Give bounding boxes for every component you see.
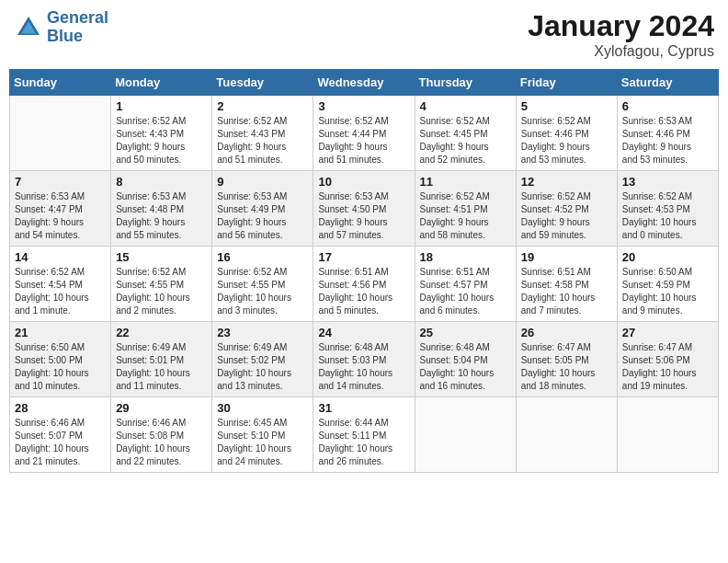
- table-row: [10, 96, 111, 171]
- table-row: 3Sunrise: 6:52 AMSunset: 4:44 PMDaylight…: [313, 96, 415, 171]
- day-number: 2: [217, 99, 308, 113]
- day-number: 13: [622, 175, 713, 189]
- day-number: 19: [521, 250, 612, 264]
- table-row: 18Sunrise: 6:51 AMSunset: 4:57 PMDayligh…: [415, 247, 516, 322]
- table-row: 25Sunrise: 6:48 AMSunset: 5:04 PMDayligh…: [415, 322, 516, 397]
- table-row: 16Sunrise: 6:52 AMSunset: 4:55 PMDayligh…: [212, 247, 313, 322]
- day-info: Sunrise: 6:50 AMSunset: 5:00 PMDaylight:…: [15, 341, 106, 393]
- day-number: 29: [116, 401, 207, 415]
- table-row: [415, 397, 516, 473]
- table-row: 12Sunrise: 6:52 AMSunset: 4:52 PMDayligh…: [516, 171, 617, 247]
- logo-text: General Blue: [47, 9, 108, 46]
- day-number: 12: [521, 175, 612, 189]
- day-number: 11: [420, 175, 511, 189]
- calendar-week-row: 28Sunrise: 6:46 AMSunset: 5:07 PMDayligh…: [10, 397, 719, 473]
- day-info: Sunrise: 6:52 AMSunset: 4:46 PMDaylight:…: [521, 115, 612, 167]
- table-row: 29Sunrise: 6:46 AMSunset: 5:08 PMDayligh…: [111, 397, 212, 473]
- day-info: Sunrise: 6:52 AMSunset: 4:54 PMDaylight:…: [15, 266, 106, 317]
- day-info: Sunrise: 6:53 AMSunset: 4:50 PMDaylight:…: [318, 190, 409, 242]
- day-info: Sunrise: 6:51 AMSunset: 4:58 PMDaylight:…: [521, 266, 612, 317]
- day-info: Sunrise: 6:51 AMSunset: 4:56 PMDaylight:…: [318, 266, 409, 317]
- table-row: 23Sunrise: 6:49 AMSunset: 5:02 PMDayligh…: [212, 322, 313, 397]
- table-row: 4Sunrise: 6:52 AMSunset: 4:45 PMDaylight…: [415, 96, 516, 171]
- table-row: 6Sunrise: 6:53 AMSunset: 4:46 PMDaylight…: [617, 96, 718, 171]
- calendar-table: Sunday Monday Tuesday Wednesday Thursday…: [9, 69, 719, 473]
- logo-line1: General: [47, 8, 108, 27]
- day-number: 24: [318, 326, 409, 339]
- col-friday: Friday: [516, 70, 617, 96]
- day-info: Sunrise: 6:47 AMSunset: 5:05 PMDaylight:…: [521, 341, 612, 393]
- logo-line2: Blue: [47, 27, 83, 45]
- col-sunday: Sunday: [10, 70, 111, 96]
- day-number: 22: [116, 326, 207, 339]
- col-tuesday: Tuesday: [212, 70, 313, 96]
- col-wednesday: Wednesday: [313, 70, 415, 96]
- col-monday: Monday: [111, 70, 212, 96]
- table-row: 2Sunrise: 6:52 AMSunset: 4:43 PMDaylight…: [212, 96, 313, 171]
- day-info: Sunrise: 6:48 AMSunset: 5:04 PMDaylight:…: [420, 341, 511, 393]
- table-row: 14Sunrise: 6:52 AMSunset: 4:54 PMDayligh…: [10, 247, 111, 322]
- day-number: 3: [318, 99, 409, 113]
- day-info: Sunrise: 6:50 AMSunset: 4:59 PMDaylight:…: [622, 266, 713, 317]
- day-number: 28: [15, 401, 106, 415]
- day-info: Sunrise: 6:53 AMSunset: 4:48 PMDaylight:…: [116, 190, 207, 242]
- calendar-week-row: 21Sunrise: 6:50 AMSunset: 5:00 PMDayligh…: [10, 322, 719, 397]
- day-info: Sunrise: 6:45 AMSunset: 5:10 PMDaylight:…: [217, 417, 308, 468]
- day-number: 9: [217, 175, 308, 189]
- day-number: 17: [318, 250, 409, 264]
- day-info: Sunrise: 6:49 AMSunset: 5:02 PMDaylight:…: [217, 341, 308, 393]
- day-number: 15: [116, 250, 207, 264]
- page-header: General Blue January 2024 Xylofagou, Cyp…: [9, 9, 719, 60]
- day-info: Sunrise: 6:46 AMSunset: 5:08 PMDaylight:…: [116, 417, 207, 468]
- day-info: Sunrise: 6:52 AMSunset: 4:43 PMDaylight:…: [217, 115, 308, 167]
- day-info: Sunrise: 6:52 AMSunset: 4:45 PMDaylight:…: [420, 115, 511, 167]
- calendar-week-row: 7Sunrise: 6:53 AMSunset: 4:47 PMDaylight…: [10, 171, 719, 247]
- day-number: 30: [217, 401, 308, 415]
- day-number: 31: [318, 401, 409, 415]
- table-row: 15Sunrise: 6:52 AMSunset: 4:55 PMDayligh…: [111, 247, 212, 322]
- day-info: Sunrise: 6:46 AMSunset: 5:07 PMDaylight:…: [15, 417, 106, 468]
- day-number: 23: [217, 326, 308, 339]
- day-info: Sunrise: 6:52 AMSunset: 4:55 PMDaylight:…: [217, 266, 308, 317]
- day-number: 16: [217, 250, 308, 264]
- month-title: January 2024: [528, 9, 714, 43]
- table-row: 7Sunrise: 6:53 AMSunset: 4:47 PMDaylight…: [10, 171, 111, 247]
- day-info: Sunrise: 6:53 AMSunset: 4:49 PMDaylight:…: [217, 190, 308, 242]
- table-row: 13Sunrise: 6:52 AMSunset: 4:53 PMDayligh…: [617, 171, 718, 247]
- day-info: Sunrise: 6:51 AMSunset: 4:57 PMDaylight:…: [420, 266, 511, 317]
- day-info: Sunrise: 6:52 AMSunset: 4:55 PMDaylight:…: [116, 266, 207, 317]
- day-number: 8: [116, 175, 207, 189]
- table-row: 31Sunrise: 6:44 AMSunset: 5:11 PMDayligh…: [313, 397, 415, 473]
- day-info: Sunrise: 6:47 AMSunset: 5:06 PMDaylight:…: [622, 341, 713, 393]
- day-number: 4: [420, 99, 511, 113]
- logo-icon: [14, 13, 43, 42]
- table-row: 19Sunrise: 6:51 AMSunset: 4:58 PMDayligh…: [516, 247, 617, 322]
- day-number: 21: [15, 326, 106, 339]
- table-row: 30Sunrise: 6:45 AMSunset: 5:10 PMDayligh…: [212, 397, 313, 473]
- calendar-header-row: Sunday Monday Tuesday Wednesday Thursday…: [10, 70, 719, 96]
- day-number: 26: [521, 326, 612, 339]
- day-number: 10: [318, 175, 409, 189]
- day-info: Sunrise: 6:48 AMSunset: 5:03 PMDaylight:…: [318, 341, 409, 393]
- table-row: [617, 397, 718, 473]
- table-row: 1Sunrise: 6:52 AMSunset: 4:43 PMDaylight…: [111, 96, 212, 171]
- col-saturday: Saturday: [617, 70, 718, 96]
- table-row: 17Sunrise: 6:51 AMSunset: 4:56 PMDayligh…: [313, 247, 415, 322]
- table-row: 20Sunrise: 6:50 AMSunset: 4:59 PMDayligh…: [617, 247, 718, 322]
- table-row: 9Sunrise: 6:53 AMSunset: 4:49 PMDaylight…: [212, 171, 313, 247]
- calendar-week-row: 1Sunrise: 6:52 AMSunset: 4:43 PMDaylight…: [10, 96, 719, 171]
- table-row: 24Sunrise: 6:48 AMSunset: 5:03 PMDayligh…: [313, 322, 415, 397]
- day-number: 25: [420, 326, 511, 339]
- day-number: 14: [15, 250, 106, 264]
- day-info: Sunrise: 6:49 AMSunset: 5:01 PMDaylight:…: [116, 341, 207, 393]
- table-row: 11Sunrise: 6:52 AMSunset: 4:51 PMDayligh…: [415, 171, 516, 247]
- calendar-week-row: 14Sunrise: 6:52 AMSunset: 4:54 PMDayligh…: [10, 247, 719, 322]
- day-number: 27: [622, 326, 713, 339]
- table-row: 26Sunrise: 6:47 AMSunset: 5:05 PMDayligh…: [516, 322, 617, 397]
- day-number: 5: [521, 99, 612, 113]
- day-info: Sunrise: 6:44 AMSunset: 5:11 PMDaylight:…: [318, 417, 409, 468]
- day-number: 6: [622, 99, 713, 113]
- day-info: Sunrise: 6:53 AMSunset: 4:46 PMDaylight:…: [622, 115, 713, 167]
- table-row: 22Sunrise: 6:49 AMSunset: 5:01 PMDayligh…: [111, 322, 212, 397]
- logo: General Blue: [14, 9, 108, 46]
